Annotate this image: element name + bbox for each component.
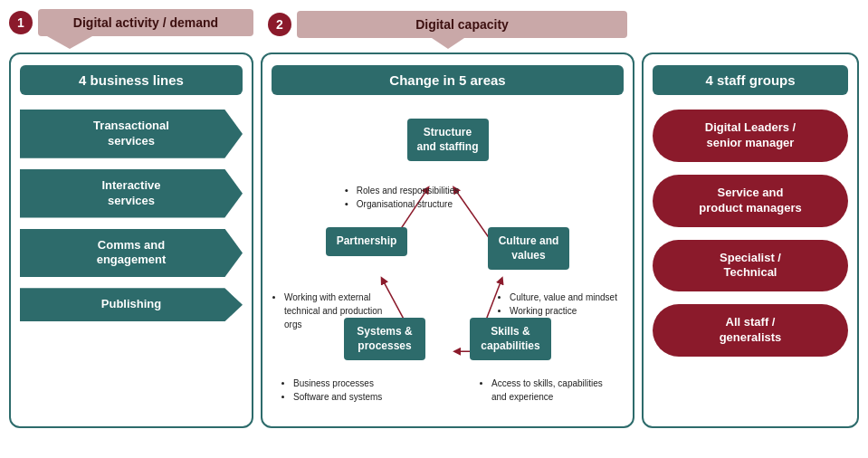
badge-1: 1 bbox=[9, 11, 33, 34]
skills-box: Skills &capabilities bbox=[470, 318, 551, 360]
systems-bullets: Business processes Software and systems bbox=[281, 377, 416, 404]
main-container: 1 Digital activity / demand 2 Digital ca… bbox=[0, 0, 868, 458]
culture-box: Culture andvalues bbox=[488, 227, 569, 270]
badge-2: 2 bbox=[268, 13, 291, 36]
middle-panel: Change in 5 areas bbox=[261, 52, 634, 428]
culture-bullets: Culture, value and mindset Working pract… bbox=[497, 291, 624, 318]
list-item: Digital Leaders /senior manager bbox=[653, 110, 848, 162]
list-item: Publishing bbox=[20, 288, 243, 321]
list-item: All staff /generalists bbox=[653, 304, 848, 357]
list-item: Service andproduct managers bbox=[653, 175, 848, 227]
systems-box: Systems &processes bbox=[344, 318, 425, 360]
list-item: Specialist /Technical bbox=[653, 240, 848, 292]
header-digital-capacity: Digital capacity bbox=[297, 11, 627, 38]
list-item: Comms andengagement bbox=[20, 229, 243, 278]
structure-box: Structureand staffing bbox=[407, 119, 489, 161]
middle-panel-title: Change in 5 areas bbox=[272, 65, 624, 95]
structure-bullets: Roles and responsibilities Organisationa… bbox=[344, 184, 459, 211]
left-panel: 4 business lines Transactionalservices I… bbox=[9, 52, 253, 428]
list-item: Transactionalservices bbox=[20, 110, 243, 158]
right-panel-title: 4 staff groups bbox=[653, 65, 848, 95]
content-row: 4 business lines Transactionalservices I… bbox=[9, 52, 859, 428]
left-panel-title: 4 business lines bbox=[20, 65, 243, 95]
partnership-box: Partnership bbox=[326, 227, 407, 256]
right-panel: 4 staff groups Digital Leaders /senior m… bbox=[642, 52, 859, 428]
header-col-1: 1 Digital activity / demand bbox=[9, 9, 253, 49]
skills-bullets: Access to skills, capabilities and exper… bbox=[479, 377, 619, 404]
header-digital-activity: Digital activity / demand bbox=[38, 9, 253, 36]
diagram-area: Structureand staffing Roles and responsi… bbox=[272, 110, 624, 417]
header-col-2: 2 Digital capacity bbox=[268, 11, 627, 49]
list-item: Interactiveservices bbox=[20, 169, 243, 218]
